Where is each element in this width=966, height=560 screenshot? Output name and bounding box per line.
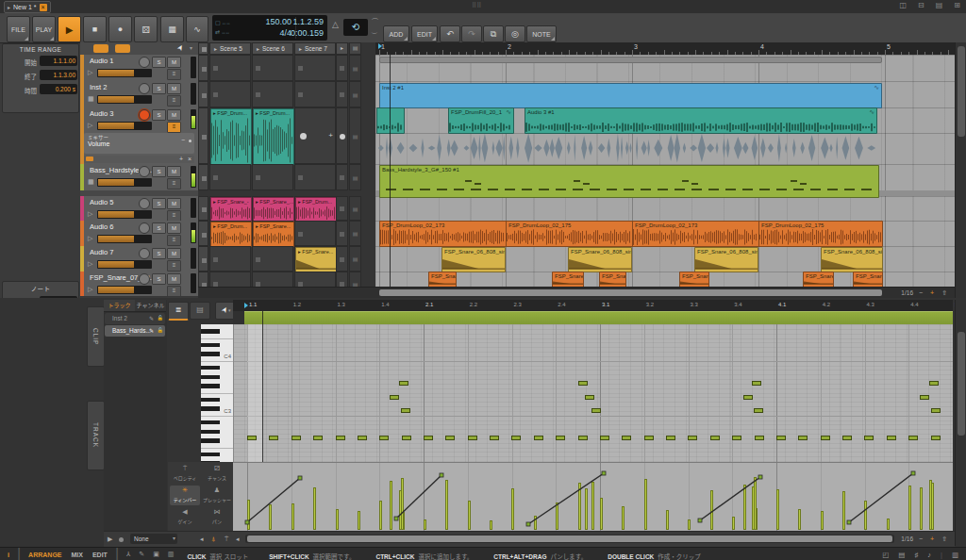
mixer-dot-icon[interactable]: [189, 140, 192, 142]
lock-icon[interactable]: 🔓: [158, 327, 163, 333]
expression-bar[interactable]: [445, 480, 448, 530]
midi-note[interactable]: [336, 436, 345, 440]
expression-button-4[interactable]: ♟プレッシャー: [202, 486, 232, 505]
launcher-slot[interactable]: [209, 55, 251, 81]
midi-note[interactable]: [754, 408, 763, 413]
expression-bar[interactable]: [247, 500, 250, 530]
launcher-slot[interactable]: [294, 81, 336, 107]
launcher-slot[interactable]: [209, 272, 251, 287]
window-grip-icon[interactable]: ⠿⠿: [472, 2, 481, 9]
launcher-slot[interactable]: [252, 164, 293, 190]
midi-note[interactable]: [798, 436, 808, 440]
expression-bar[interactable]: [269, 504, 272, 530]
track-header-audio-6[interactable]: Audio 6SM▷≡: [80, 221, 198, 247]
launcher-clip[interactable]: ▸ FSP_Snare...: [253, 222, 294, 247]
alt-launcher-cell[interactable]: ▤: [349, 246, 361, 272]
launcher-clip[interactable]: ▸ FSP_Drum...: [295, 197, 337, 222]
launcher-slot[interactable]: ▸ FSP_Snare_-: [209, 196, 251, 221]
track-header-audio-3[interactable]: Audio 3SM▷≡ミキサーVolume−+×: [80, 107, 198, 165]
expression-bar[interactable]: [358, 511, 360, 530]
arranger-vscrollbar[interactable]: [955, 42, 966, 298]
time-range-value[interactable]: 1.1.1.00: [40, 56, 77, 66]
launcher-slot-partial[interactable]: [336, 272, 348, 287]
solo-button[interactable]: S: [152, 273, 166, 285]
alt-launcher-cell[interactable]: ▤: [349, 196, 361, 221]
scene-play-icon[interactable]: ▸: [299, 45, 302, 52]
midi-note[interactable]: [490, 436, 499, 440]
launcher-slot[interactable]: +: [294, 107, 336, 164]
track-header-audio-5[interactable]: Audio 5SM▷≡: [80, 196, 198, 222]
expression-bar[interactable]: [864, 501, 867, 530]
snap-icon[interactable]: ⅄: [126, 551, 130, 558]
solo-button[interactable]: S: [152, 83, 166, 94]
track-options-button[interactable]: ≡: [167, 260, 181, 272]
expression-bar[interactable]: [920, 487, 923, 530]
expression-lane[interactable]: [233, 462, 953, 532]
grid-plus-icon[interactable]: +: [930, 289, 934, 296]
midi-note[interactable]: [424, 436, 433, 440]
midi-note[interactable]: [710, 436, 720, 440]
clip-stop-button[interactable]: [198, 107, 208, 164]
midi-note[interactable]: [752, 381, 761, 386]
expression-bar[interactable]: [490, 520, 492, 530]
midi-note[interactable]: [401, 408, 410, 413]
arranger-hscroll-thumb[interactable]: [379, 289, 882, 296]
expression-bar[interactable]: [390, 481, 392, 530]
mute-button[interactable]: M: [167, 83, 181, 94]
midi-note[interactable]: [931, 408, 941, 413]
expression-bar[interactable]: [842, 491, 845, 530]
launcher-slot-partial[interactable]: [336, 164, 348, 190]
launcher-slot[interactable]: [294, 272, 336, 287]
black-key[interactable]: [201, 384, 220, 387]
launcher-slot[interactable]: [252, 55, 293, 81]
midi-note[interactable]: [591, 408, 601, 413]
solo-button[interactable]: S: [152, 222, 166, 234]
arranger-clip[interactable]: FSP_DrumLoop_02_173: [632, 221, 759, 247]
track-header-audio-7[interactable]: Audio 7SM▷≡: [80, 246, 198, 272]
lock-icon[interactable]: 🔓: [158, 315, 163, 321]
arranger-clip[interactable]: FSP_Snare_06_808_sin: [694, 247, 758, 272]
side-tab-track[interactable]: TRACK: [87, 401, 105, 470]
scene-header-2[interactable]: ▸Scene 6: [252, 42, 293, 55]
expression-bar[interactable]: [710, 490, 713, 530]
lane-marker-icon[interactable]: ⍑: [225, 535, 228, 543]
arranger-clip[interactable]: Bass_Hardstyle_3_G#_150 #1: [379, 165, 879, 198]
midi-note[interactable]: [247, 436, 257, 440]
midi-note[interactable]: [313, 436, 323, 440]
launcher-clip[interactable]: ▸ FSP_Snare_-: [210, 197, 252, 222]
black-key[interactable]: [201, 398, 220, 402]
expression-bar[interactable]: [743, 485, 746, 530]
expression-bar[interactable]: [732, 517, 735, 530]
expression-button-6[interactable]: ⋈パン: [202, 507, 232, 527]
expression-bar[interactable]: [336, 509, 339, 530]
track-header-audio-1[interactable]: Audio 1SM▷≡: [80, 55, 198, 82]
clip-region-bar-fill[interactable]: [244, 311, 953, 325]
launcher-slot[interactable]: ▸ FSP_Drum...: [252, 107, 293, 164]
launcher-slot[interactable]: [294, 164, 336, 190]
midi-note[interactable]: [269, 436, 278, 440]
loop-range-bar[interactable]: [379, 57, 882, 63]
arranger-clip[interactable]: Audio 3 #1∿: [525, 107, 877, 134]
black-key[interactable]: [201, 366, 220, 370]
expression-bar[interactable]: [688, 519, 691, 530]
black-key[interactable]: [201, 453, 220, 456]
black-key[interactable]: [201, 420, 220, 424]
clip-stop-button[interactable]: [198, 246, 208, 272]
track-options-button[interactable]: ≡: [167, 235, 181, 246]
scene-play-icon[interactable]: ▸: [214, 45, 217, 52]
slot-record-icon[interactable]: [300, 133, 307, 140]
piano-roll-ruler[interactable]: 1.11.21.31.42.12.22.32.43.13.23.33.44.14…: [233, 300, 953, 311]
midi-note[interactable]: [600, 436, 609, 440]
midi-note[interactable]: [379, 436, 389, 440]
grid-plus-icon[interactable]: +: [930, 535, 934, 542]
single-view-button[interactable]: ▤: [190, 302, 210, 320]
tab-close-icon[interactable]: ×: [40, 4, 47, 11]
follow-select[interactable]: None▾: [130, 534, 177, 544]
track-header-fsp-snare-07-80-[interactable]: FSP_Snare_07_80...SM▷≡: [80, 272, 198, 297]
arranger-clip[interactable]: FSP_DrumLoop_02_175: [506, 221, 633, 247]
launcher-slot[interactable]: [209, 246, 251, 272]
launcher-slot-partial[interactable]: [336, 196, 348, 221]
midi-note[interactable]: [908, 436, 918, 440]
expression-button-1[interactable]: ⍑ベロシティ: [170, 464, 200, 484]
cursor-tool-icon[interactable]: ➤: [175, 42, 186, 52]
